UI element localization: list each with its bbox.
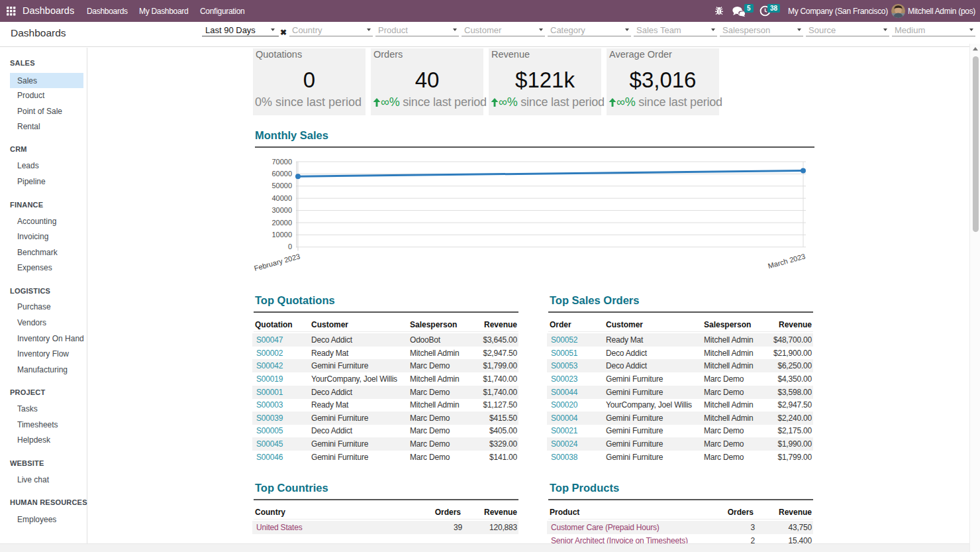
svg-text:40000: 40000 — [271, 194, 292, 202]
svg-text:30000: 30000 — [271, 206, 292, 214]
svg-text:70000: 70000 — [271, 158, 292, 166]
svg-text:50000: 50000 — [271, 182, 292, 190]
svg-text:February 2023: February 2023 — [253, 252, 301, 272]
svg-text:10000: 10000 — [271, 231, 292, 239]
svg-text:March 2023: March 2023 — [767, 252, 806, 270]
svg-text:0: 0 — [288, 243, 292, 250]
svg-text:60000: 60000 — [271, 170, 292, 178]
svg-text:20000: 20000 — [271, 219, 292, 227]
